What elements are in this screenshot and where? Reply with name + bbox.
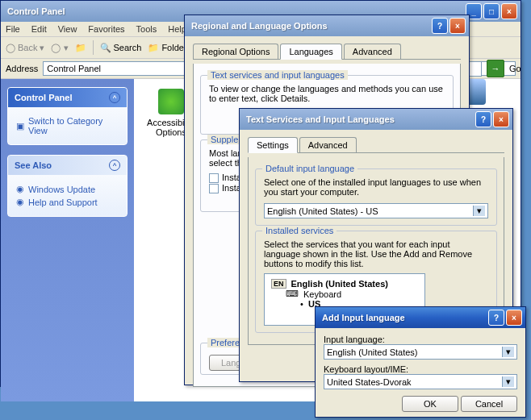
input-language-label: Input language: (324, 335, 517, 344)
help-button[interactable]: ? (488, 310, 504, 326)
tsil-title: Text Services and Input Languages (243, 114, 474, 124)
cancel-button[interactable]: Cancel (461, 396, 517, 412)
close-button[interactable]: × (501, 3, 517, 19)
addlang-titlebar[interactable]: Add Input language ? × (316, 307, 525, 328)
close-button[interactable]: × (506, 310, 522, 326)
see-also-header: See Also ^ (8, 156, 127, 175)
forward-button[interactable]: ◯ ▾ (51, 43, 68, 53)
default-language-select[interactable]: English (United States) - US▾ (264, 203, 488, 218)
help-button[interactable]: ? (432, 18, 448, 34)
keyboard-icon: ⌨ (286, 289, 299, 299)
address-label: Address (6, 64, 38, 73)
text-services-desc: To view or change the languages and meth… (209, 84, 445, 103)
add-input-language-dialog: Add Input language ? × Input language: E… (315, 306, 526, 418)
menu-view[interactable]: View (58, 24, 77, 34)
checkbox-thai[interactable] (209, 173, 219, 183)
go-label: Go (509, 64, 521, 73)
keyboard-layout-label: Keyboard layout/IME: (324, 364, 517, 374)
ok-button[interactable]: OK (402, 396, 458, 412)
default-input-desc: Select one of the installed input langua… (264, 177, 488, 197)
menu-edit[interactable]: Edit (31, 24, 47, 34)
tab-advanced[interactable]: Advanced (299, 137, 357, 152)
up-button[interactable]: 📁 (75, 43, 86, 53)
regional-title: Regional and Language Options (188, 21, 430, 31)
tab-regional-options[interactable]: Regional Options (193, 44, 278, 59)
close-button[interactable]: × (493, 111, 509, 127)
tab-languages[interactable]: Languages (280, 44, 341, 60)
group-text-services: Text services and input languages (207, 70, 348, 80)
collapse-icon[interactable]: ^ (109, 92, 120, 103)
regional-tabs: Regional Options Languages Advanced (193, 44, 461, 60)
regional-titlebar[interactable]: Regional and Language Options ? × (185, 15, 469, 36)
tsil-titlebar[interactable]: Text Services and Input Languages ? × (240, 109, 512, 130)
input-language-select[interactable]: English (United States)▾ (324, 344, 517, 360)
go-button[interactable]: → (487, 60, 504, 77)
group-installed-services: Installed services (262, 226, 337, 235)
addlang-title: Add Input language (319, 313, 487, 322)
menu-tools[interactable]: Tools (136, 24, 157, 34)
switch-view-link[interactable]: ▣ Switch to Category View (16, 116, 119, 135)
search-button[interactable]: 🔍 Search (100, 43, 142, 53)
installed-desc: Select the services that you want for ea… (264, 239, 488, 268)
maximize-button[interactable]: □ (483, 3, 500, 19)
keyboard-layout-select[interactable]: United States-Dvorak▾ (324, 374, 517, 389)
help-support-link[interactable]: ◉ Help and Support (16, 197, 119, 207)
collapse-icon[interactable]: ^ (109, 160, 120, 171)
back-button[interactable]: ◯ Back ▾ (6, 43, 44, 53)
menu-file[interactable]: File (6, 24, 20, 34)
tab-settings[interactable]: Settings (248, 137, 298, 153)
checkbox-install[interactable] (209, 184, 219, 193)
close-button[interactable]: × (449, 18, 466, 34)
help-button[interactable]: ? (475, 111, 491, 127)
menu-favorites[interactable]: Favorites (88, 24, 124, 34)
side-pane: Control Panel ^ ▣ Switch to Category Vie… (1, 79, 134, 401)
tab-advanced[interactable]: Advanced (344, 44, 401, 59)
windows-update-link[interactable]: ◉ Windows Update (16, 184, 119, 194)
group-default-input: Default input language (262, 164, 357, 173)
side-panel-header: Control Panel ^ (8, 88, 127, 107)
lang-code-badge: EN (271, 279, 286, 289)
tsil-tabs: Settings Advanced (248, 137, 504, 153)
